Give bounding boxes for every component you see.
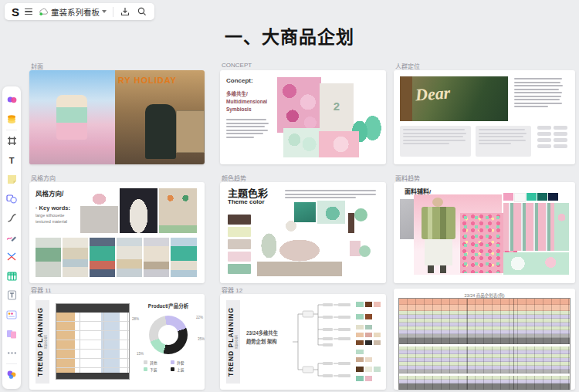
assets-icon[interactable]	[4, 110, 19, 129]
apps-icon[interactable]	[4, 365, 19, 384]
search-icon[interactable]	[137, 6, 147, 17]
notes-stack-icon[interactable]	[4, 324, 19, 343]
trend-planning-strip-12: TREND PLANNING 趋势企划	[226, 300, 240, 384]
product-donut: 28% 22% 35% 15%	[149, 316, 188, 354]
chevron-down-icon	[102, 10, 107, 13]
trend-planning-table	[56, 303, 130, 380]
frame-label-color[interactable]: 颜色趋势	[222, 174, 246, 182]
board-name: 童装系列看板	[51, 6, 100, 18]
concept-heading: Concept:	[226, 77, 273, 84]
frame-label-container12[interactable]: 容器 12	[222, 286, 242, 294]
palette-swatch-1	[228, 215, 251, 225]
number-wall-image: 2	[320, 83, 354, 131]
donut-callout-bottom: 15%	[137, 352, 144, 356]
donut-callout-top: 35%	[198, 337, 205, 341]
mindmap-icon[interactable]	[4, 247, 19, 266]
unicorn-image	[319, 131, 359, 157]
save-icon[interactable]	[120, 6, 130, 17]
wall-number: 2	[334, 100, 340, 113]
trend-planning-subtitle-12: 趋势企划	[235, 335, 239, 349]
pen-icon[interactable]	[4, 228, 19, 247]
teal-image-1	[294, 202, 316, 222]
menu-icon[interactable]	[25, 8, 32, 15]
color-heading: 主题色彩	[228, 188, 268, 198]
page-title[interactable]: 一、大商品企划	[0, 22, 579, 49]
templates-icon[interactable]	[4, 90, 19, 110]
frame-planning-sheet[interactable]: 23/24 商品企划表(例)	[394, 289, 575, 390]
frame-container12[interactable]: TREND PLANNING 趋势企划 23/24多维共生 趋势企划 架构	[220, 294, 386, 390]
fabric-plaid-swatch	[503, 203, 554, 251]
frame-label-concept[interactable]: CONCEPT	[222, 62, 252, 69]
sidebar-divider	[6, 130, 17, 130]
teal-image-2	[317, 201, 345, 224]
text-tool-icon[interactable]: T	[4, 150, 19, 170]
chart-legend: 其他 外套 下装 上装	[137, 360, 199, 372]
concept-en1: Multidimensional	[226, 98, 273, 106]
sheet-title: 23/24 商品企划表(例)	[398, 292, 571, 298]
holiday-title: RY HOLIDAY	[118, 76, 177, 85]
style-keyword-2: textured material	[36, 219, 80, 224]
frame-label-fabric[interactable]: 面料趋势	[395, 174, 420, 182]
fabric-mint-side	[554, 203, 569, 251]
board-name-dropdown[interactable]: 童装系列看板	[39, 6, 107, 18]
app-logo[interactable]: S	[12, 6, 19, 18]
frame-label-container11[interactable]: 容器 11	[31, 286, 52, 294]
cloud-sync-icon	[39, 8, 49, 15]
color-subheading: Theme color	[228, 198, 268, 205]
fabric-model-image	[420, 198, 457, 275]
material-swatch-1	[348, 213, 354, 233]
concept-cn: 多维共生/	[226, 90, 273, 98]
frame-color[interactable]: 主题色彩 Theme color	[220, 182, 386, 283]
style-heading: 风格方向/	[36, 188, 80, 198]
style-runway-6	[171, 238, 197, 277]
color-paragraph	[285, 190, 376, 201]
style-runway-5	[144, 238, 169, 277]
frame-container11[interactable]: TREND PLANNING 趋势企划 Product/产品分析 28% 22%…	[29, 294, 205, 390]
frame-concept[interactable]: Concept: 多维共生/ Multidimensional Symbiosi…	[220, 70, 386, 164]
palette-swatch-3	[228, 239, 251, 249]
audience-paragraph	[514, 78, 564, 110]
sticky-note-icon[interactable]	[4, 170, 19, 189]
connector-icon[interactable]	[4, 208, 19, 228]
audience-quote-2	[476, 126, 531, 157]
material-swatch-4	[359, 245, 371, 257]
chart-title: Product/产品分析	[137, 302, 199, 309]
style-runway-3	[90, 238, 115, 277]
audience-tags	[537, 126, 567, 148]
shapes-icon[interactable]	[4, 189, 19, 208]
cover-cat-image	[29, 70, 115, 164]
concept-en2: Symbiosis	[226, 106, 273, 113]
frame-icon[interactable]	[4, 131, 19, 150]
media-card-icon[interactable]	[4, 305, 19, 324]
style-photo-3	[159, 188, 197, 233]
palette-swatch-2	[228, 227, 251, 237]
cover-holiday-image: RY HOLIDAY	[115, 70, 205, 164]
style-runway-1	[36, 238, 61, 277]
color-palette	[228, 215, 251, 276]
tools-sidebar: T	[2, 86, 21, 389]
frame-cover[interactable]: RY HOLIDAY	[29, 70, 205, 164]
concept-paragraph	[226, 119, 273, 138]
hero-image-text: Dear	[415, 83, 451, 105]
palette-swatch-5	[228, 264, 251, 274]
frame-audience[interactable]: Dear	[394, 70, 575, 164]
balloons-image	[277, 77, 321, 133]
more-tools-icon[interactable]	[4, 343, 19, 363]
top-toolbar: S 童装系列看板	[5, 3, 154, 20]
frame-label-audience[interactable]: 人群定位	[395, 62, 420, 70]
trend-planning-strip-11: TREND PLANNING 趋势企划	[36, 300, 49, 384]
table-icon[interactable]	[4, 266, 19, 286]
fabric-color-chips	[503, 193, 558, 202]
style-photo-2	[120, 188, 157, 233]
toolbar-divider	[113, 7, 113, 17]
sidebar-divider	[6, 363, 17, 364]
frame-label-style[interactable]: 风格方向	[31, 174, 56, 182]
document-icon[interactable]	[4, 286, 19, 305]
style-keywords-title: · Key words:	[36, 204, 80, 211]
trend-planning-title-12: TREND PLANNING	[227, 307, 235, 377]
cream-image	[283, 128, 320, 157]
frame-fabric[interactable]: 面料辅料/	[394, 182, 575, 283]
frame-label-cover[interactable]: 封面	[31, 62, 43, 70]
frame-style[interactable]: 风格方向/ · Key words: large silhouette text…	[29, 182, 205, 283]
fabric-mint-candy	[503, 252, 569, 275]
